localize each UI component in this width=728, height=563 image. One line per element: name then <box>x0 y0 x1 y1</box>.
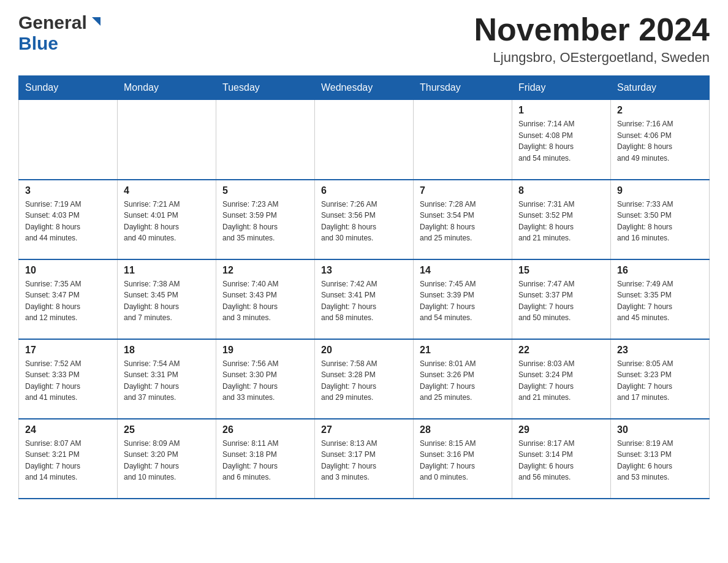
calendar-header: SundayMondayTuesdayWednesdayThursdayFrid… <box>19 76 710 100</box>
day-info: Sunrise: 8:05 AMSunset: 3:23 PMDaylight:… <box>617 358 703 404</box>
day-info: Sunrise: 7:56 AMSunset: 3:30 PMDaylight:… <box>222 358 308 404</box>
day-number: 29 <box>518 424 604 435</box>
calendar-cell: 26Sunrise: 8:11 AMSunset: 3:18 PMDayligh… <box>216 419 315 499</box>
calendar-cell: 4Sunrise: 7:21 AMSunset: 4:01 PMDaylight… <box>118 180 216 259</box>
day-info: Sunrise: 7:35 AMSunset: 3:47 PMDaylight:… <box>25 278 111 324</box>
calendar-cell: 15Sunrise: 7:47 AMSunset: 3:37 PMDayligh… <box>512 259 611 339</box>
day-info: Sunrise: 7:21 AMSunset: 4:01 PMDaylight:… <box>124 199 210 244</box>
day-info: Sunrise: 8:13 AMSunset: 3:17 PMDaylight:… <box>321 438 407 483</box>
week-row-2: 3Sunrise: 7:19 AMSunset: 4:03 PMDaylight… <box>19 180 710 259</box>
day-number: 18 <box>124 345 210 356</box>
day-info: Sunrise: 7:54 AMSunset: 3:31 PMDaylight:… <box>124 358 210 404</box>
logo: General Blue <box>18 12 103 54</box>
day-info: Sunrise: 8:01 AMSunset: 3:26 PMDaylight:… <box>420 358 506 404</box>
day-info: Sunrise: 7:14 AMSunset: 4:08 PMDaylight:… <box>518 118 604 164</box>
calendar-cell: 9Sunrise: 7:33 AMSunset: 3:50 PMDaylight… <box>611 180 710 259</box>
week-row-1: 1Sunrise: 7:14 AMSunset: 4:08 PMDaylight… <box>19 100 710 180</box>
header-row: SundayMondayTuesdayWednesdayThursdayFrid… <box>19 76 710 100</box>
calendar-cell: 27Sunrise: 8:13 AMSunset: 3:17 PMDayligh… <box>315 419 414 499</box>
day-number: 6 <box>321 185 407 196</box>
header: General Blue November 2024 Ljungsbro, OE… <box>18 12 710 66</box>
calendar-cell: 23Sunrise: 8:05 AMSunset: 3:23 PMDayligh… <box>611 339 710 419</box>
logo-blue-text: Blue <box>18 33 58 53</box>
calendar-cell: 21Sunrise: 8:01 AMSunset: 3:26 PMDayligh… <box>414 339 512 419</box>
calendar-cell: 19Sunrise: 7:56 AMSunset: 3:30 PMDayligh… <box>216 339 315 419</box>
day-header-tuesday: Tuesday <box>216 76 315 100</box>
calendar-cell: 5Sunrise: 7:23 AMSunset: 3:59 PMDaylight… <box>216 180 315 259</box>
location-title: Ljungsbro, OEstergoetland, Sweden <box>474 50 710 66</box>
week-row-5: 24Sunrise: 8:07 AMSunset: 3:21 PMDayligh… <box>19 419 710 499</box>
day-number: 14 <box>420 265 506 276</box>
svg-marker-0 <box>92 17 100 26</box>
calendar-table: SundayMondayTuesdayWednesdayThursdayFrid… <box>18 75 710 499</box>
day-number: 20 <box>321 345 407 356</box>
day-info: Sunrise: 7:23 AMSunset: 3:59 PMDaylight:… <box>222 199 308 244</box>
day-info: Sunrise: 7:49 AMSunset: 3:35 PMDaylight:… <box>617 278 703 324</box>
week-row-4: 17Sunrise: 7:52 AMSunset: 3:33 PMDayligh… <box>19 339 710 419</box>
day-number: 22 <box>518 345 604 356</box>
day-number: 27 <box>321 424 407 435</box>
calendar-cell: 29Sunrise: 8:17 AMSunset: 3:14 PMDayligh… <box>512 419 611 499</box>
day-info: Sunrise: 8:03 AMSunset: 3:24 PMDaylight:… <box>518 358 604 404</box>
calendar-cell: 7Sunrise: 7:28 AMSunset: 3:54 PMDaylight… <box>414 180 512 259</box>
day-number: 28 <box>420 424 506 435</box>
day-info: Sunrise: 8:15 AMSunset: 3:16 PMDaylight:… <box>420 438 506 483</box>
day-header-saturday: Saturday <box>611 76 710 100</box>
calendar-cell: 11Sunrise: 7:38 AMSunset: 3:45 PMDayligh… <box>118 259 216 339</box>
day-number: 24 <box>25 424 111 435</box>
day-info: Sunrise: 7:45 AMSunset: 3:39 PMDaylight:… <box>420 278 506 324</box>
calendar-cell <box>118 100 216 180</box>
day-number: 26 <box>222 424 308 435</box>
day-header-sunday: Sunday <box>19 76 118 100</box>
calendar-cell: 8Sunrise: 7:31 AMSunset: 3:52 PMDaylight… <box>512 180 611 259</box>
day-header-thursday: Thursday <box>414 76 512 100</box>
day-info: Sunrise: 7:40 AMSunset: 3:43 PMDaylight:… <box>222 278 308 324</box>
day-number: 4 <box>124 185 210 196</box>
calendar-cell: 1Sunrise: 7:14 AMSunset: 4:08 PMDaylight… <box>512 100 611 180</box>
day-number: 25 <box>124 424 210 435</box>
calendar-cell: 2Sunrise: 7:16 AMSunset: 4:06 PMDaylight… <box>611 100 710 180</box>
day-number: 3 <box>25 185 111 196</box>
day-info: Sunrise: 7:52 AMSunset: 3:33 PMDaylight:… <box>25 358 111 404</box>
day-number: 2 <box>617 105 703 116</box>
day-number: 11 <box>124 265 210 276</box>
day-number: 21 <box>420 345 506 356</box>
day-header-wednesday: Wednesday <box>315 76 414 100</box>
day-number: 23 <box>617 345 703 356</box>
calendar-cell: 18Sunrise: 7:54 AMSunset: 3:31 PMDayligh… <box>118 339 216 419</box>
calendar-cell: 28Sunrise: 8:15 AMSunset: 3:16 PMDayligh… <box>414 419 512 499</box>
day-info: Sunrise: 7:28 AMSunset: 3:54 PMDaylight:… <box>420 199 506 244</box>
logo-arrow-icon <box>88 15 103 29</box>
day-number: 15 <box>518 265 604 276</box>
day-number: 16 <box>617 265 703 276</box>
calendar-cell <box>216 100 315 180</box>
day-number: 8 <box>518 185 604 196</box>
calendar-cell: 12Sunrise: 7:40 AMSunset: 3:43 PMDayligh… <box>216 259 315 339</box>
day-info: Sunrise: 8:19 AMSunset: 3:13 PMDaylight:… <box>617 438 703 483</box>
calendar-cell: 24Sunrise: 8:07 AMSunset: 3:21 PMDayligh… <box>19 419 118 499</box>
day-number: 1 <box>518 105 604 116</box>
calendar-cell: 6Sunrise: 7:26 AMSunset: 3:56 PMDaylight… <box>315 180 414 259</box>
calendar-cell <box>315 100 414 180</box>
week-row-3: 10Sunrise: 7:35 AMSunset: 3:47 PMDayligh… <box>19 259 710 339</box>
day-info: Sunrise: 8:11 AMSunset: 3:18 PMDaylight:… <box>222 438 308 483</box>
calendar-cell <box>414 100 512 180</box>
day-info: Sunrise: 7:38 AMSunset: 3:45 PMDaylight:… <box>124 278 210 324</box>
day-number: 30 <box>617 424 703 435</box>
calendar-cell: 30Sunrise: 8:19 AMSunset: 3:13 PMDayligh… <box>611 419 710 499</box>
day-number: 12 <box>222 265 308 276</box>
calendar-cell: 13Sunrise: 7:42 AMSunset: 3:41 PMDayligh… <box>315 259 414 339</box>
day-info: Sunrise: 7:26 AMSunset: 3:56 PMDaylight:… <box>321 199 407 244</box>
day-number: 9 <box>617 185 703 196</box>
day-header-friday: Friday <box>512 76 611 100</box>
day-info: Sunrise: 8:07 AMSunset: 3:21 PMDaylight:… <box>25 438 111 483</box>
day-number: 5 <box>222 185 308 196</box>
day-number: 13 <box>321 265 407 276</box>
calendar-cell: 10Sunrise: 7:35 AMSunset: 3:47 PMDayligh… <box>19 259 118 339</box>
calendar-cell: 20Sunrise: 7:58 AMSunset: 3:28 PMDayligh… <box>315 339 414 419</box>
day-number: 10 <box>25 265 111 276</box>
day-info: Sunrise: 7:16 AMSunset: 4:06 PMDaylight:… <box>617 118 703 164</box>
day-info: Sunrise: 7:19 AMSunset: 4:03 PMDaylight:… <box>25 199 111 244</box>
day-number: 19 <box>222 345 308 356</box>
day-info: Sunrise: 7:47 AMSunset: 3:37 PMDaylight:… <box>518 278 604 324</box>
